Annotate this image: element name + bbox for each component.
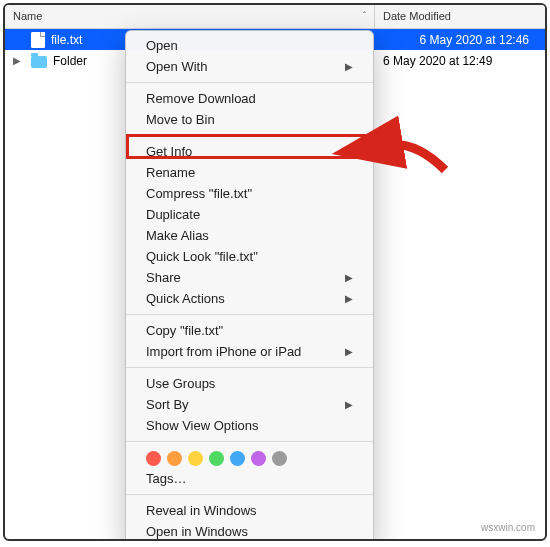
column-header-row: Name ˆ Date Modified	[5, 5, 545, 29]
menu-separator	[126, 494, 373, 495]
menu-item-open-with[interactable]: Open With▶	[126, 56, 373, 77]
submenu-arrow-icon: ▶	[345, 346, 353, 357]
column-header-date[interactable]: Date Modified	[375, 5, 545, 28]
finder-window: Name ˆ Date Modified file.txt 6 May 2020…	[3, 3, 547, 541]
menu-item-duplicate[interactable]: Duplicate	[126, 204, 373, 225]
file-name-label: file.txt	[51, 33, 82, 47]
column-header-name[interactable]: Name ˆ	[5, 5, 375, 28]
menu-item-quick-actions[interactable]: Quick Actions▶	[126, 288, 373, 309]
menu-item-compress[interactable]: Compress "file.txt"	[126, 183, 373, 204]
menu-item-get-info[interactable]: Get Info	[126, 141, 373, 162]
menu-separator	[126, 135, 373, 136]
menu-item-move-to-bin[interactable]: Move to Bin	[126, 109, 373, 130]
menu-item-copy[interactable]: Copy "file.txt"	[126, 320, 373, 341]
menu-item-sort-by[interactable]: Sort By▶	[126, 394, 373, 415]
menu-item-quick-look[interactable]: Quick Look "file.txt"	[126, 246, 373, 267]
tag-green-icon[interactable]	[209, 451, 224, 466]
menu-item-use-groups[interactable]: Use Groups	[126, 373, 373, 394]
menu-item-open[interactable]: Open	[126, 35, 373, 56]
menu-item-show-view-options[interactable]: Show View Options	[126, 415, 373, 436]
column-header-name-label: Name	[13, 10, 42, 22]
tag-orange-icon[interactable]	[167, 451, 182, 466]
tag-red-icon[interactable]	[146, 451, 161, 466]
tag-blue-icon[interactable]	[230, 451, 245, 466]
disclosure-triangle-icon[interactable]: ▶	[13, 55, 21, 66]
menu-item-share[interactable]: Share▶	[126, 267, 373, 288]
tags-color-row	[126, 447, 373, 468]
tag-gray-icon[interactable]	[272, 451, 287, 466]
tag-yellow-icon[interactable]	[188, 451, 203, 466]
menu-separator	[126, 441, 373, 442]
column-header-date-label: Date Modified	[383, 10, 451, 22]
folder-icon	[31, 56, 47, 68]
submenu-arrow-icon: ▶	[345, 399, 353, 410]
menu-item-import-iphone[interactable]: Import from iPhone or iPad▶	[126, 341, 373, 362]
menu-item-remove-download[interactable]: Remove Download	[126, 88, 373, 109]
menu-item-reveal-in-windows[interactable]: Reveal in Windows	[126, 500, 373, 521]
context-menu: Open Open With▶ Remove Download Move to …	[125, 30, 374, 541]
submenu-arrow-icon: ▶	[345, 61, 353, 72]
folder-name-label: Folder	[53, 54, 87, 68]
sort-indicator-icon: ˆ	[363, 10, 366, 20]
file-date-label: 6 May 2020 at 12:46	[375, 33, 545, 47]
menu-item-tags[interactable]: Tags…	[126, 468, 373, 489]
menu-separator	[126, 367, 373, 368]
text-file-icon	[31, 32, 45, 48]
watermark-text: wsxwin.com	[481, 522, 535, 533]
menu-item-rename[interactable]: Rename	[126, 162, 373, 183]
folder-date-label: 6 May 2020 at 12:49	[375, 54, 545, 68]
menu-separator	[126, 82, 373, 83]
submenu-arrow-icon: ▶	[345, 293, 353, 304]
menu-item-open-in-windows[interactable]: Open in Windows	[126, 521, 373, 541]
menu-item-make-alias[interactable]: Make Alias	[126, 225, 373, 246]
menu-separator	[126, 314, 373, 315]
submenu-arrow-icon: ▶	[345, 272, 353, 283]
tag-purple-icon[interactable]	[251, 451, 266, 466]
